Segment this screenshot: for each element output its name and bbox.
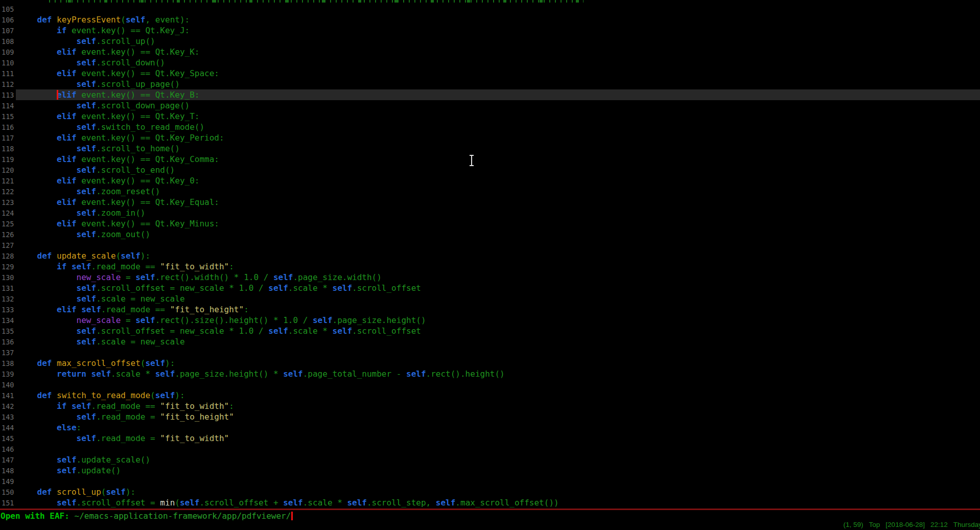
code-token	[17, 68, 57, 78]
code-text: elif event.key() == Qt.Key_Comma:	[17, 154, 219, 165]
code-line[interactable]: 117 elif event.key() == Qt.Key_Period:	[0, 132, 980, 143]
code-token	[17, 187, 77, 196]
code-text: self.zoom_reset()	[17, 186, 160, 197]
code-line[interactable]: 135 self.scroll_offset = new_scale * 1.0…	[0, 326, 980, 336]
code-line[interactable]: 145 self.read_mode = "fit_to_width"	[0, 433, 980, 444]
code-text: self.scroll_offset = min(self.scroll_off…	[17, 497, 559, 508]
code-line[interactable]: 121 elif event.key() == Qt.Key_0:	[0, 175, 980, 186]
code-line[interactable]: 106 def keyPressEvent(self, event):	[0, 14, 980, 25]
tray-buffer-location: Top	[869, 521, 880, 528]
code-token	[17, 487, 37, 497]
code-line[interactable]: 114 self.scroll_down_page()	[0, 100, 980, 111]
line-number: 127	[2, 240, 14, 251]
code-token: self	[72, 401, 91, 411]
code-token	[17, 455, 57, 465]
code-line[interactable]: 128 def update_scale(self):	[0, 250, 980, 261]
code-line[interactable]: 120 self.scroll_to_end()	[0, 165, 980, 175]
code-line[interactable]: 150 def scroll_up(self):	[0, 487, 980, 497]
code-line[interactable]: 134 new_scale = self.rect().size().heigh…	[0, 315, 980, 326]
code-line[interactable]: 109 elif event.key() == Qt.Key_K:	[0, 47, 980, 57]
code-line[interactable]: 130 new_scale = self.rect().width() * 1.…	[0, 272, 980, 283]
code-text: def switch_to_read_mode(self):	[17, 390, 185, 401]
code-line[interactable]: 122 self.zoom_reset()	[0, 186, 980, 197]
code-line[interactable]: 129 if self.read_mode == "fit_to_width":	[0, 261, 980, 272]
code-line[interactable]: 136 self.scale = new_scale	[0, 336, 980, 347]
code-token: self	[77, 58, 97, 67]
code-line[interactable]: 133 elif self.read_mode == "fit_to_heigh…	[0, 304, 980, 315]
code-token: .update_scale()	[77, 455, 151, 465]
code-line[interactable]: 123 elif event.key() == Qt.Key_Equal:	[0, 197, 980, 208]
code-line[interactable]: 143 self.read_mode = "fit_to_height"	[0, 411, 980, 422]
code-token: ):	[141, 251, 150, 261]
code-line[interactable]: 119 elif event.key() == Qt.Key_Comma:	[0, 154, 980, 165]
line-number: 134	[2, 315, 14, 326]
code-token: .scale = new_scale	[96, 294, 184, 304]
code-token: self	[313, 315, 333, 325]
code-token: .zoom_out()	[96, 229, 150, 239]
editor-cursor	[57, 90, 58, 100]
code-token	[17, 111, 57, 121]
code-text: new_scale = self.rect().size().height() …	[17, 315, 426, 326]
code-line[interactable]: 127	[0, 240, 980, 250]
code-token: self	[91, 369, 111, 379]
code-token: .scale *	[303, 498, 347, 508]
code-line[interactable]: 112 self.scroll_up_page()	[0, 79, 980, 89]
code-token	[17, 154, 57, 164]
code-token: elif	[57, 176, 77, 186]
code-token: self	[145, 358, 165, 368]
code-token: "fit_to_width"	[160, 401, 229, 411]
code-line[interactable]: 116 self.switch_to_read_mode()	[0, 122, 980, 132]
minibuffer-input[interactable]: ~/emacs-application-framework/app/pdfvie…	[75, 511, 291, 521]
code-token: event.key() == Qt.Key_B:	[77, 90, 200, 100]
code-line[interactable]: 105	[0, 4, 980, 14]
code-token: max_scroll_offset	[57, 358, 141, 368]
code-line[interactable]: 140	[0, 379, 980, 390]
code-token: .scale *	[288, 283, 333, 293]
code-line[interactable]: 125 elif event.key() == Qt.Key_Minus:	[0, 218, 980, 229]
code-line[interactable]: 147 self.update_scale()	[0, 454, 980, 465]
code-text: elif event.key() == Qt.Key_Equal:	[17, 197, 219, 208]
code-line[interactable]: 111 elif event.key() == Qt.Key_Space:	[0, 68, 980, 79]
code-line[interactable]: 115 elif event.key() == Qt.Key_T:	[0, 111, 980, 122]
code-line[interactable]: 110 self.scroll_down()	[0, 57, 980, 68]
line-number: 149	[2, 476, 14, 487]
code-line[interactable]: 148 self.update()	[0, 465, 980, 476]
code-line[interactable]: 107 if event.key() == Qt.Key_J:	[0, 25, 980, 36]
code-token	[17, 369, 57, 379]
code-line[interactable]: 144 else:	[0, 422, 980, 433]
code-token: self	[77, 36, 97, 46]
code-line[interactable]: 113 elif event.key() == Qt.Key_B:	[0, 89, 980, 100]
code-token: (	[175, 498, 180, 508]
code-line[interactable]: 142 if self.read_mode == "fit_to_width":	[0, 401, 980, 411]
line-number: 135	[2, 326, 14, 337]
code-line[interactable]: 138 def max_scroll_offset(self):	[0, 358, 980, 368]
code-line[interactable]: 131 self.scroll_offset = new_scale * 1.0…	[0, 283, 980, 293]
code-text: if self.read_mode == "fit_to_width":	[17, 401, 234, 411]
code-buffer[interactable]: 105106 def keyPressEvent(self, event):10…	[0, 4, 980, 508]
code-text: def update_scale(self):	[17, 250, 150, 261]
code-token: event.key() == Qt.Key_Comma:	[77, 154, 219, 164]
code-line[interactable]: 149	[0, 476, 980, 487]
code-token: .scroll_offset	[352, 283, 421, 293]
code-token: event.key() == Qt.Key_Period:	[77, 133, 224, 143]
code-token: return	[57, 369, 86, 379]
code-line[interactable]: 146	[0, 444, 980, 454]
code-line[interactable]: 124 self.zoom_in()	[0, 208, 980, 218]
code-line[interactable]: 151 self.scroll_offset = min(self.scroll…	[0, 497, 980, 508]
code-token	[17, 315, 77, 325]
code-token: .read_mode ==	[91, 262, 160, 271]
code-line[interactable]: 132 self.scale = new_scale	[0, 293, 980, 304]
code-line[interactable]: 139 return self.scale * self.page_size.h…	[0, 368, 980, 379]
code-line[interactable]: 137	[0, 347, 980, 358]
code-token: "fit_to_width"	[160, 433, 229, 443]
code-line[interactable]: 118 self.scroll_to_home()	[0, 143, 980, 154]
code-line[interactable]: 141 def switch_to_read_mode(self):	[0, 390, 980, 401]
code-line[interactable]: 108 self.scroll_up()	[0, 36, 980, 47]
code-text: self.scroll_down()	[17, 57, 165, 68]
line-number: 109	[2, 47, 14, 58]
minibuffer[interactable]: Open with EAF: ~/emacs-application-frame…	[1, 511, 293, 522]
code-token: self	[333, 326, 353, 336]
code-text: def max_scroll_offset(self):	[17, 358, 175, 368]
awesome-tray: (1, 59) Top [2018-06-28] 22:12 Thursday	[844, 521, 980, 528]
code-line[interactable]: 126 self.zoom_out()	[0, 229, 980, 240]
